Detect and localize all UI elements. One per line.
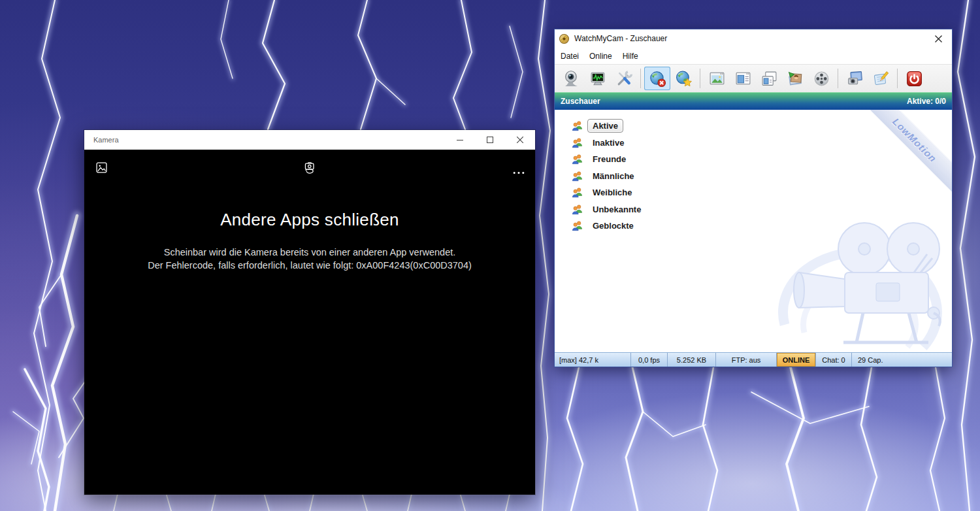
menu-datei[interactable]: Datei — [561, 50, 584, 63]
status-max-rate: [max] 42,7 k — [555, 353, 631, 367]
status-traffic: 5.252 KB — [668, 353, 716, 367]
group-label: Weibliche — [587, 186, 637, 199]
users-group-icon — [572, 187, 583, 198]
group-label: Unbekannte — [587, 203, 646, 216]
users-group-icon — [572, 220, 583, 231]
status-chat: Chat: 0 — [816, 353, 852, 367]
switch-camera-icon — [302, 159, 318, 175]
maximize-button[interactable] — [475, 130, 505, 150]
group-row-aktive[interactable]: Aktive — [572, 118, 646, 135]
maximize-icon — [487, 137, 493, 143]
status-online-badge[interactable]: ONLINE — [777, 353, 816, 367]
group-row-weibliche[interactable]: Weibliche — [572, 184, 646, 201]
camera-viewfinder: Andere Apps schließen Scheinbar wird die… — [84, 150, 535, 495]
users-group-icon — [572, 154, 583, 165]
panel-view-button[interactable] — [730, 67, 756, 90]
globe-favorites-button[interactable] — [670, 67, 696, 90]
cascade-windows-button[interactable] — [756, 67, 782, 90]
globe-favorites-icon — [675, 70, 693, 88]
film-reel-icon — [813, 70, 830, 88]
more-options-icon — [513, 171, 525, 174]
image-viewer-icon — [708, 70, 726, 88]
menu-online[interactable]: Online — [589, 50, 617, 63]
active-counter: Aktive: 0/0 — [907, 97, 946, 106]
settings-tools-button[interactable] — [611, 67, 637, 90]
minimize-icon — [457, 137, 463, 143]
close-button[interactable] — [928, 29, 948, 48]
camera-error-line2: Der Fehlercode, falls erforderlich, laut… — [84, 259, 535, 272]
section-header: Zuschauer Aktive: 0/0 — [555, 92, 952, 110]
camera-error-line1: Scheinbar wird die Kamera bereits von ei… — [84, 246, 535, 259]
switch-camera-button[interactable] — [302, 159, 318, 178]
camera-window-title: Kamera — [93, 136, 119, 144]
group-label: Freunde — [587, 152, 631, 166]
film-reel-button[interactable] — [808, 67, 834, 90]
image-viewer-button[interactable] — [704, 67, 730, 90]
users-group-icon — [572, 204, 583, 215]
watchmycam-window: WatchMyCam - Zuschauer Datei Online Hilf… — [554, 29, 953, 367]
globe-offline-icon — [649, 70, 666, 88]
camera-error-panel: Andere Apps schließen Scheinbar wird die… — [84, 210, 535, 272]
open-gallery-button[interactable] — [96, 162, 107, 176]
toolbar — [555, 64, 952, 92]
toolbar-separator — [700, 69, 700, 88]
users-group-icon — [572, 137, 583, 148]
group-label: Männliche — [587, 169, 640, 183]
notes-edit-button[interactable] — [868, 67, 894, 90]
camera-error-heading: Andere Apps schließen — [84, 210, 535, 230]
camera-window: Kamera — [84, 129, 536, 495]
activity-monitor-button[interactable] — [585, 67, 611, 90]
minimize-button[interactable] — [445, 130, 475, 150]
camera-titlebar[interactable]: Kamera — [84, 130, 535, 150]
users-group-icon — [572, 120, 583, 131]
group-row-geblockte[interactable]: Geblockte — [572, 218, 646, 235]
photo-gallery-icon — [787, 70, 804, 88]
watchmycam-titlebar[interactable]: WatchMyCam - Zuschauer — [555, 29, 952, 48]
toolbar-separator — [897, 69, 898, 88]
close-icon — [935, 35, 942, 42]
webcam-button[interactable] — [559, 67, 585, 90]
globe-offline-button[interactable] — [644, 67, 670, 90]
group-row-unbekannte[interactable]: Unbekannte — [572, 201, 646, 218]
toolbar-separator — [640, 69, 641, 88]
viewer-groups-list: Aktive Inaktive Freunde — [572, 118, 646, 235]
menu-hilfe[interactable]: Hilfe — [623, 50, 644, 63]
users-group-icon — [572, 171, 583, 182]
screenshot-icon — [846, 70, 864, 88]
close-button[interactable] — [505, 130, 535, 150]
status-captures: 29 Cap. — [852, 353, 952, 367]
photo-gallery-icon — [96, 162, 107, 173]
screenshot-button[interactable] — [841, 67, 868, 90]
status-ftp: FTP: aus — [716, 353, 777, 367]
photo-gallery-button[interactable] — [782, 67, 808, 90]
panel-view-icon — [734, 70, 752, 88]
cascade-windows-icon — [760, 70, 778, 88]
status-bar: [max] 42,7 k 0,0 fps 5.252 KB FTP: aus O… — [555, 352, 952, 367]
activity-monitor-icon — [589, 70, 607, 88]
section-title: Zuschauer — [561, 97, 600, 106]
power-exit-button[interactable] — [901, 67, 927, 90]
group-row-freunde[interactable]: Freunde — [572, 151, 646, 168]
settings-tools-icon — [615, 70, 633, 88]
viewer-list-panel: LowMotion Aktive Inaktive — [555, 110, 952, 352]
toolbar-separator — [838, 69, 838, 88]
webcam-icon — [563, 70, 581, 88]
power-exit-icon — [906, 70, 923, 88]
close-icon — [517, 137, 523, 143]
lowmotion-watermark: LowMotion — [854, 110, 952, 201]
group-row-inaktive[interactable]: Inaktive — [572, 135, 646, 152]
app-icon — [559, 33, 570, 44]
status-fps: 0,0 fps — [631, 353, 668, 367]
group-label: Aktive — [587, 119, 623, 133]
group-label: Inaktive — [587, 136, 629, 150]
group-row-maennliche[interactable]: Männliche — [572, 168, 646, 185]
film-camera-watermark — [765, 215, 948, 352]
watchmycam-window-title: WatchMyCam - Zuschauer — [574, 34, 667, 43]
more-options-button[interactable] — [513, 165, 525, 177]
notes-edit-icon — [872, 70, 890, 88]
group-label: Geblockte — [587, 219, 639, 233]
menu-bar: Datei Online Hilfe — [555, 48, 952, 64]
